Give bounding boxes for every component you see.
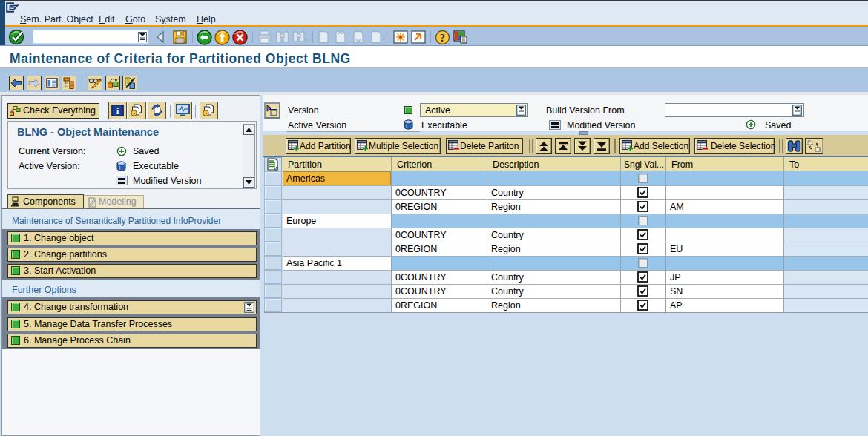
svg-text:i: i (116, 105, 119, 116)
svg-text:?: ? (440, 32, 446, 44)
